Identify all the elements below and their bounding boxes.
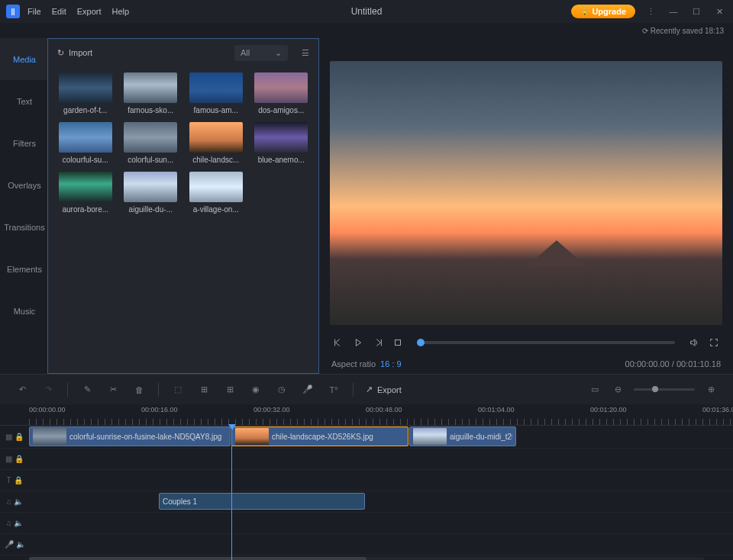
tab-filters[interactable]: Filters [0,122,47,164]
media-label: famous-sko... [128,106,173,114]
volume-icon[interactable] [687,336,701,349]
next-frame-button[interactable] [371,336,385,349]
camera-icon[interactable]: ◉ [249,383,263,397]
media-item[interactable]: colorful-sun... [121,122,181,164]
edit-icon[interactable]: ✎ [80,383,94,397]
tab-elements[interactable]: Elements [0,248,47,290]
media-item[interactable]: chile-landsc... [186,122,246,164]
zoom-out-icon[interactable]: ⊖ [611,383,625,397]
menu-help[interactable]: Help [112,7,130,16]
media-item[interactable]: blue-anemo... [252,122,312,164]
tab-transitions[interactable]: Transitions [0,206,47,248]
media-item[interactable]: aiguille-du-... [121,172,181,214]
timeline-clip[interactable]: chile-landscape-XD526KS.jpg [231,426,408,446]
tab-overlays[interactable]: Overlays [0,164,47,206]
menu-export[interactable]: Export [77,7,102,16]
upgrade-button[interactable]: Upgrade [571,5,635,18]
media-item[interactable]: a-village-on... [186,172,246,214]
ruler-mark: 00:00:00.00 [29,406,66,414]
overlay-track[interactable]: ▦🔒 [0,449,733,470]
lock-track-icon[interactable]: 🔒 [15,433,24,441]
filter-dropdown[interactable]: All ⌄ [234,45,288,61]
text-tool-icon[interactable]: T° [327,383,341,397]
clip-thumbnail [413,428,447,445]
clip-label: Couples 1 [163,497,197,506]
media-item[interactable]: aurora-bore... [56,172,115,214]
prev-frame-button[interactable] [331,336,345,349]
close-button[interactable]: ✕ [712,4,727,19]
zoom-slider[interactable] [634,388,695,391]
media-thumbnail [189,72,243,103]
media-thumbnail [254,122,308,153]
media-item[interactable]: colourful-su... [56,122,115,164]
media-item[interactable]: famous-am... [186,72,246,114]
media-thumbnail [189,172,243,202]
sidebar-tabs: Media Text Filters Overlays Transitions … [0,38,47,374]
crop-icon[interactable]: ⬚ [171,383,185,397]
video-track[interactable]: ▦🔒 colorful-sunrise-on-fusine-lake-ND5QA… [0,426,733,449]
mute-icon[interactable]: 🔈 [14,519,23,527]
overlay-track-icon: ▦ [5,455,12,463]
lock-track-icon[interactable]: 🔒 [15,455,24,463]
more-icon[interactable]: ⋮ [643,4,658,19]
preview-panel: Aspect ratio16 : 9 00:00:00.00 / 00:01:1… [319,38,733,374]
audio-track-1[interactable]: ♫🔈 Couples 1 [0,491,733,513]
playhead[interactable] [231,426,232,560]
grid-icon[interactable]: ⊞ [223,383,237,397]
audio-track-icon: ♫ [6,519,12,527]
media-label: aiguille-du-... [129,205,173,214]
clock-icon[interactable]: ◷ [275,383,289,397]
stop-button[interactable] [391,336,405,349]
import-icon: ↻ [57,48,64,58]
minimize-button[interactable]: — [666,4,681,19]
media-label: garden-of-t... [63,106,107,114]
save-status: Recently saved 18:13 [642,27,724,35]
media-item[interactable]: dos-amigos... [252,72,312,114]
fit-icon[interactable]: ▭ [588,383,602,397]
voice-track[interactable]: 🎤🔈 [0,534,733,555]
scrubber[interactable] [417,341,675,344]
chevron-down-icon: ⌄ [275,48,282,58]
mic-icon[interactable]: 🎤 [301,383,315,397]
delete-icon[interactable]: 🗑 [132,383,146,397]
mute-icon[interactable]: 🔈 [14,497,23,506]
undo-button[interactable]: ↶ [15,383,29,397]
ruler-mark: 00:01:20.00 [590,406,627,414]
ruler-mark: 00:00:16.00 [141,406,178,414]
media-item[interactable]: garden-of-t... [56,72,115,114]
media-item[interactable]: famous-sko... [121,72,181,114]
timeline-ruler[interactable]: 00:00:00.0000:00:16.0000:00:32.0000:00:4… [0,404,733,426]
media-thumbnail [59,122,112,153]
lock-track-icon[interactable]: 🔒 [14,476,23,484]
clip-thumbnail [33,428,66,445]
maximize-button[interactable]: ☐ [689,4,704,19]
media-label: aurora-bore... [62,205,108,214]
tab-text[interactable]: Text [0,80,47,122]
export-button[interactable]: ↗ Export [366,385,402,394]
list-view-icon[interactable]: ☰ [302,48,309,58]
preview-canvas[interactable] [330,61,722,325]
aspect-ratio-label: Aspect ratio16 : 9 [331,359,402,369]
tab-media[interactable]: Media [0,38,47,80]
zoom-in-icon[interactable]: ⊕ [704,383,718,397]
media-label: a-village-on... [193,205,239,214]
audio-clip[interactable]: Couples 1 [159,493,365,510]
redo-button[interactable]: ↷ [41,383,55,397]
horizontal-scrollbar[interactable] [0,555,733,560]
media-label: famous-am... [194,106,238,114]
media-grid: garden-of-t...famous-sko...famous-am...d… [48,66,318,373]
media-thumbnail [59,72,112,103]
tab-music[interactable]: Music [0,290,47,332]
text-track[interactable]: T🔒 [0,470,733,491]
add-icon[interactable]: ⊞ [197,383,211,397]
mute-icon[interactable]: 🔈 [16,540,25,549]
import-button[interactable]: ↻ Import [57,48,92,58]
cut-icon[interactable]: ✂ [106,383,120,397]
play-button[interactable] [351,336,365,349]
timeline-clip[interactable]: aiguille-du-midi_t20 [409,426,516,446]
fullscreen-icon[interactable] [707,336,721,349]
menu-edit[interactable]: Edit [52,7,66,16]
menu-file[interactable]: File [27,7,41,16]
timeline-clip[interactable]: colorful-sunrise-on-fusine-lake-ND5QAY8.… [29,426,231,446]
audio-track-2[interactable]: ♫🔈 [0,513,733,534]
